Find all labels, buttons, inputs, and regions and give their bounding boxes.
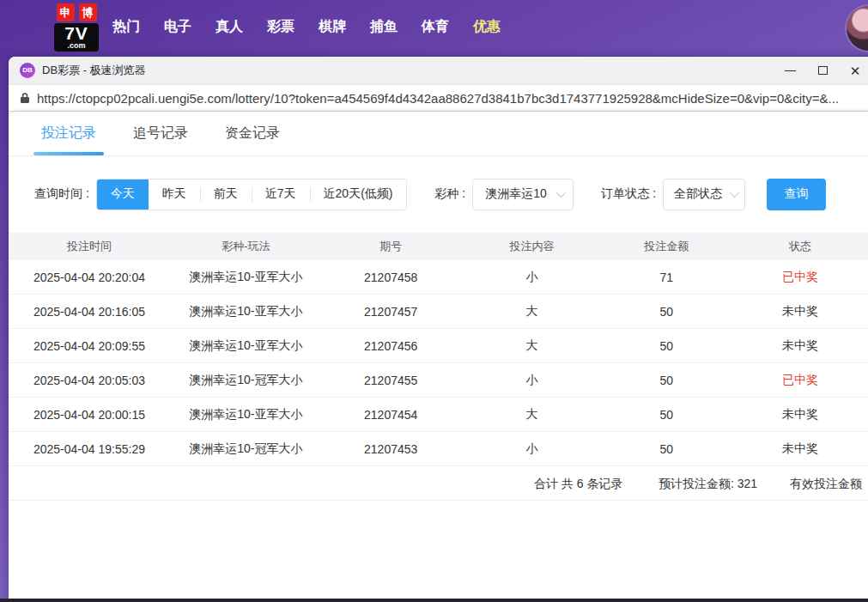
cell-content: 小	[460, 441, 604, 457]
cell-status: 未中奖	[729, 441, 868, 457]
cell-status: 未中奖	[729, 304, 868, 319]
cell-time: 2025-04-04 20:00:15	[9, 408, 170, 422]
logo-seal-left: 申	[57, 3, 75, 21]
time-option-2[interactable]: 前天	[200, 179, 252, 210]
nav-item-3[interactable]: 彩票	[267, 18, 319, 36]
table-row: 2025-04-04 20:16:05澳洲幸运10-亚军大小21207457大5…	[9, 295, 868, 329]
cell-game: 澳洲幸运10-冠军大小	[170, 441, 322, 457]
cell-content: 小	[460, 373, 604, 388]
table-summary: 合计 共 6 条记录 预计投注金额: 321 有效投注金额	[9, 466, 868, 501]
cell-status: 已中奖	[729, 373, 868, 388]
minimize-button[interactable]	[774, 57, 806, 84]
tab-0[interactable]: 投注记录	[41, 125, 96, 143]
cell-content: 大	[460, 304, 604, 319]
minimize-icon	[785, 70, 796, 71]
cell-status: 未中奖	[729, 407, 868, 423]
chevron-down-icon	[556, 188, 566, 198]
tab-1[interactable]: 追号记录	[133, 125, 188, 143]
tab-2[interactable]: 资金记录	[225, 125, 280, 143]
lottery-select-value: 澳洲幸运10	[485, 186, 547, 202]
summary-valid-amount: 有效投注金额	[790, 477, 862, 492]
browser-titlebar[interactable]: DB DB彩票 - 极速浏览器 ✕	[9, 57, 868, 85]
cell-status: 未中奖	[729, 338, 868, 354]
cell-issue: 21207454	[322, 408, 460, 422]
cell-issue: 21207456	[322, 339, 460, 353]
cell-game: 澳洲幸运10-亚军大小	[170, 304, 322, 319]
filter-bar: 查询时间 : 今天昨天前天近7天近20天(低频) 彩种 : 澳洲幸运10 订单状…	[34, 177, 868, 211]
cell-amount: 50	[604, 339, 729, 353]
cell-time: 2025-04-04 20:09:55	[9, 339, 170, 353]
status-select[interactable]: 全部状态	[663, 179, 745, 210]
cell-game: 澳洲幸运10-亚军大小	[170, 270, 322, 285]
table-body: 2025-04-04 20:20:04澳洲幸运10-亚军大小21207458小7…	[9, 260, 868, 466]
avatar[interactable]	[847, 6, 868, 51]
nav-item-4[interactable]: 棋牌	[319, 18, 370, 36]
bottom-strip	[0, 599, 868, 602]
column-header-4: 投注金额	[604, 239, 729, 254]
maximize-icon	[818, 66, 828, 75]
cell-amount: 50	[604, 442, 729, 456]
cell-time: 2025-04-04 20:16:05	[9, 305, 170, 319]
close-icon: ✕	[850, 64, 861, 77]
query-button[interactable]: 查询	[767, 179, 826, 210]
cell-time: 2025-04-04 20:05:03	[9, 374, 170, 387]
record-tabs: 投注记录追号记录资金记录	[9, 112, 868, 156]
close-button[interactable]: ✕	[839, 57, 868, 84]
cell-time: 2025-04-04 20:20:04	[9, 271, 170, 284]
site-top-nav: 申 博 7V .com 热门电子真人彩票棋牌捕鱼体育优惠	[0, 0, 868, 56]
cell-game: 澳洲幸运10-冠军大小	[170, 373, 322, 388]
cell-content: 大	[460, 407, 604, 423]
cell-game: 澳洲幸运10-亚军大小	[170, 407, 322, 423]
table-header: 投注时间彩种-玩法期号投注内容投注金额状态	[9, 233, 868, 260]
cell-issue: 21207458	[322, 271, 460, 284]
time-range-group: 今天昨天前天近7天近20天(低频)	[96, 179, 408, 210]
lottery-select[interactable]: 澳洲幸运10	[472, 179, 574, 210]
lock-icon	[20, 92, 30, 104]
nav-item-6[interactable]: 体育	[422, 18, 473, 36]
browser-window: DB DB彩票 - 极速浏览器 ✕ https://ctopcp02pcali.…	[9, 56, 868, 599]
chevron-down-icon	[730, 188, 739, 198]
nav-item-1[interactable]: 电子	[164, 18, 215, 36]
time-option-0[interactable]: 今天	[97, 179, 149, 210]
status-filter-label: 订单状态 :	[601, 186, 656, 202]
column-header-5: 状态	[729, 239, 868, 254]
window-title: DB彩票 - 极速浏览器	[42, 63, 146, 78]
maximize-button[interactable]	[806, 57, 839, 84]
table-row: 2025-04-04 20:00:15澳洲幸运10-亚军大小21207454大5…	[9, 398, 868, 432]
time-option-4[interactable]: 近20天(低频)	[310, 179, 407, 210]
db-favicon-icon: DB	[20, 63, 35, 78]
cell-amount: 50	[604, 374, 729, 387]
lottery-page: 投注记录追号记录资金记录 查询时间 : 今天昨天前天近7天近20天(低频) 彩种…	[9, 112, 868, 599]
nav-item-7[interactable]: 优惠	[473, 18, 525, 36]
nav-item-5[interactable]: 捕鱼	[370, 18, 422, 36]
column-header-0: 投注时间	[9, 239, 170, 254]
cell-status: 已中奖	[729, 270, 868, 285]
site-logo[interactable]: 申 博 7V .com	[49, 3, 104, 52]
browser-urlbar[interactable]: https://ctopcp02pcali.uengi5e.com/lotter…	[9, 85, 868, 112]
cell-content: 大	[460, 338, 604, 354]
cell-time: 2025-04-04 19:55:29	[9, 442, 170, 456]
cell-amount: 71	[604, 271, 729, 284]
cell-content: 小	[460, 270, 604, 285]
table-row: 2025-04-04 20:05:03澳洲幸运10-冠军大小21207455小5…	[9, 363, 868, 398]
time-option-1[interactable]: 昨天	[149, 179, 200, 210]
nav-item-2[interactable]: 真人	[215, 18, 267, 36]
logo-seals: 申 博	[49, 3, 104, 21]
logo-main-text: 7V	[58, 24, 95, 42]
summary-total: 合计 共 6 条记录	[534, 477, 622, 492]
column-header-1: 彩种-玩法	[170, 239, 322, 254]
site-nav-items: 热门电子真人彩票棋牌捕鱼体育优惠	[112, 18, 525, 36]
cell-amount: 50	[604, 408, 729, 422]
logo-seal-right: 博	[79, 3, 97, 21]
nav-item-0[interactable]: 热门	[112, 18, 164, 36]
table-row: 2025-04-04 19:55:29澳洲幸运10-冠军大小21207453小5…	[9, 432, 868, 466]
table-row: 2025-04-04 20:09:55澳洲幸运10-亚军大小21207456大5…	[9, 329, 868, 363]
logo-plate: 7V .com	[54, 23, 99, 52]
cell-issue: 21207455	[322, 374, 460, 387]
status-select-value: 全部状态	[674, 186, 722, 202]
lottery-filter-label: 彩种 :	[434, 186, 465, 202]
time-option-3[interactable]: 近7天	[252, 179, 310, 210]
cell-issue: 21207453	[322, 442, 460, 456]
summary-expected-amount: 预计投注金额: 321	[659, 477, 757, 492]
window-controls: ✕	[774, 57, 868, 84]
